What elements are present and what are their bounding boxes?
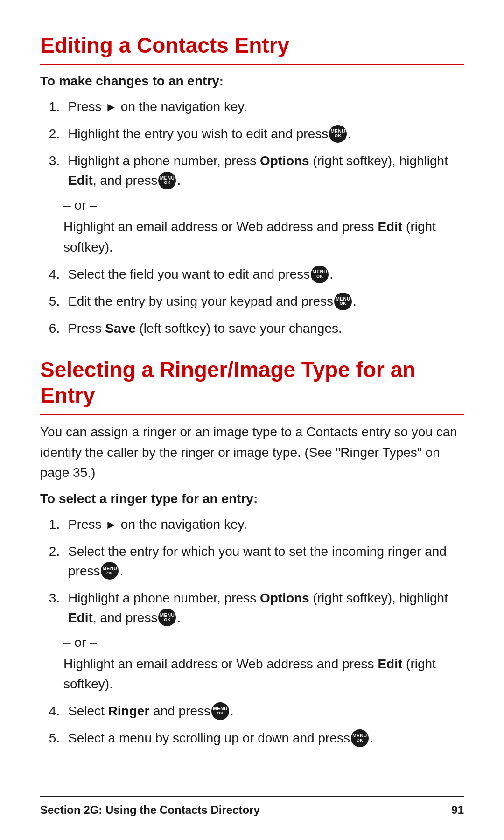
menu-ok-icon-1: MENUOK: [329, 125, 347, 143]
section2-or-continuation: Highlight an email address or Web addres…: [63, 654, 464, 694]
s2-step5-text: Select a menu by scrolling up or down an…: [68, 731, 373, 745]
menu-ok-icon-2: MENUOK: [158, 172, 176, 189]
step3-text: Highlight a phone number, press Options …: [68, 154, 448, 188]
section2-body: You can assign a ringer or an image type…: [40, 422, 464, 483]
menu-ok-icon-5: MENUOK: [101, 562, 119, 580]
section2-sub-heading: To select a ringer type for an entry:: [40, 491, 464, 506]
section2-step-4: Select Ringer and pressMENUOK.: [63, 701, 464, 721]
section2-step-5: Select a menu by scrolling up or down an…: [63, 728, 464, 748]
section-editing: Editing a Contacts Entry To make changes…: [40, 33, 464, 338]
s2-step3-text: Highlight a phone number, press Options …: [68, 591, 448, 625]
s2-step2-text: Select the entry for which you want to s…: [68, 544, 447, 578]
footer-left-text: Section 2G: Using the Contacts Directory: [40, 804, 260, 817]
footer-page-number: 91: [451, 804, 464, 817]
page-footer: Section 2G: Using the Contacts Directory…: [40, 796, 464, 817]
step2-text: Highlight the entry you wish to edit and…: [68, 126, 351, 141]
step5-text: Edit the entry by using your keypad and …: [68, 294, 357, 308]
section2-or-line: – or –: [63, 635, 464, 650]
section1-step-3: Highlight a phone number, press Options …: [63, 151, 464, 190]
nav-arrow-icon: ►: [105, 98, 117, 116]
menu-ok-icon-7: MENUOK: [211, 702, 229, 720]
section1-steps: Press ► on the navigation key. Highlight…: [63, 97, 464, 190]
section1-or-continuation-1: Highlight an email address or Web addres…: [63, 217, 464, 257]
section1-step-6: Press Save (left softkey) to save your c…: [63, 319, 464, 338]
section2-steps: Press ► on the navigation key. Select th…: [63, 515, 464, 628]
menu-ok-icon-6: MENUOK: [158, 609, 176, 626]
step1-text: Press ► on the navigation key.: [68, 99, 247, 114]
section1-sub-heading: To make changes to an entry:: [40, 74, 464, 89]
section2-step-3: Highlight a phone number, press Options …: [63, 588, 464, 628]
s2-step1-text: Press ► on the navigation key.: [68, 517, 247, 532]
step4-text: Select the field you want to edit and pr…: [68, 267, 333, 281]
section2-steps-continued: Select Ringer and pressMENUOK. Select a …: [63, 701, 464, 748]
section1-step-2: Highlight the entry you wish to edit and…: [63, 124, 464, 144]
menu-ok-icon-3: MENUOK: [311, 266, 329, 283]
step6-text: Press Save (left softkey) to save your c…: [68, 321, 342, 336]
section2-step-1: Press ► on the navigation key.: [63, 515, 464, 534]
section1-steps-continued: Select the field you want to edit and pr…: [63, 265, 464, 338]
section1-step-5: Edit the entry by using your keypad and …: [63, 292, 464, 311]
section1-step-4: Select the field you want to edit and pr…: [63, 265, 464, 284]
nav-arrow-icon-2: ►: [105, 516, 117, 534]
s2-step4-text: Select Ringer and pressMENUOK.: [68, 704, 234, 718]
menu-ok-icon-4: MENUOK: [334, 293, 352, 310]
section1-step-1: Press ► on the navigation key.: [63, 97, 464, 117]
section1-heading: Editing a Contacts Entry: [40, 33, 464, 65]
section2-heading: Selecting a Ringer/Image Type for an Ent…: [40, 357, 464, 415]
page-content: Editing a Contacts Entry To make changes…: [0, 0, 504, 793]
section1-or-line-1: – or –: [63, 198, 464, 213]
menu-ok-icon-8: MENUOK: [351, 729, 369, 747]
section-ringer: Selecting a Ringer/Image Type for an Ent…: [40, 357, 464, 748]
section2-step-2: Select the entry for which you want to s…: [63, 542, 464, 581]
